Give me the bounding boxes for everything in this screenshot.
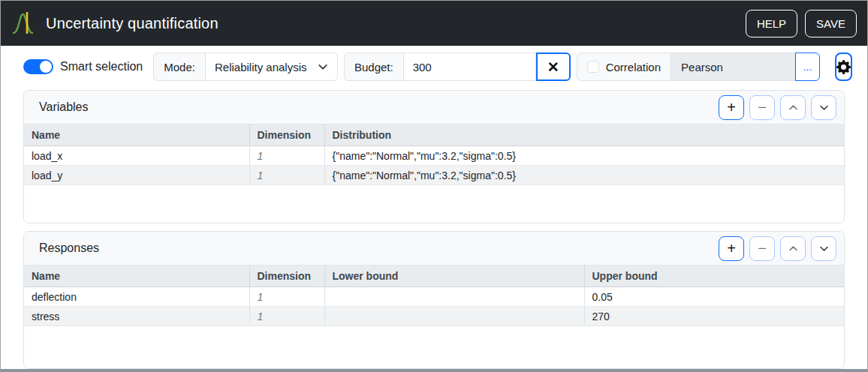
table-cell[interactable]: load_x [24, 146, 249, 166]
responses-panel-header: Responses + − [24, 232, 844, 266]
smart-selection-label: Smart selection [60, 60, 143, 74]
table-cell[interactable]: {"name":"Normal","mu":3.2,"sigma":0.5} [324, 146, 844, 166]
mode-select[interactable]: Reliability analysis [206, 52, 338, 81]
column-header: Dimension [249, 124, 324, 146]
variables-panel: Variables + − NameDimensionDistribution … [23, 90, 845, 224]
move-response-down-button[interactable] [811, 236, 836, 261]
clear-budget-button[interactable]: ✕ [536, 52, 571, 81]
table-row[interactable]: stress1270 [24, 307, 844, 326]
table-cell[interactable]: stress [24, 307, 249, 326]
correlation-checkbox-wrap: Correlation [577, 52, 671, 81]
add-response-button[interactable]: + [719, 236, 744, 261]
gear-icon [836, 60, 851, 74]
add-variable-button[interactable]: + [719, 95, 744, 120]
table-cell[interactable]: 0.05 [584, 287, 844, 307]
help-button[interactable]: HELP [746, 10, 797, 38]
responses-panel-title: Responses [39, 242, 99, 255]
chevron-down-icon [318, 62, 328, 72]
table-cell[interactable]: 1 [249, 166, 324, 185]
variables-panel-title: Variables [39, 100, 89, 114]
correlation-method-field[interactable]: Pearson [671, 52, 795, 81]
mode-group: Mode: Reliability analysis [153, 52, 338, 81]
column-header: Name [24, 124, 249, 146]
table-cell[interactable]: {"name":"Normal","mu":3.2,"sigma":0.5} [324, 166, 844, 185]
table-cell[interactable]: 270 [584, 307, 844, 326]
table-cell[interactable] [324, 287, 584, 307]
correlation-group: Correlation Pearson ... [577, 52, 820, 81]
mode-label: Mode: [153, 52, 206, 81]
move-response-up-button[interactable] [780, 236, 806, 261]
variables-table-header-row: NameDimensionDistribution [24, 124, 844, 146]
table-cell[interactable]: load_y [24, 166, 249, 185]
column-header: Lower bound [324, 266, 584, 287]
page-title: Uncertainty quantification [46, 15, 219, 32]
budget-label: Budget: [344, 52, 404, 81]
table-row[interactable]: load_y1{"name":"Normal","mu":3.2,"sigma"… [24, 166, 844, 185]
column-header: Upper bound [584, 266, 844, 287]
chevron-up-icon [788, 244, 798, 254]
responses-panel: Responses + − NameDimensionLower boundUp… [23, 231, 845, 369]
table-cell[interactable]: 1 [249, 146, 324, 166]
table-cell[interactable]: 1 [249, 287, 324, 307]
move-variable-down-button[interactable] [811, 95, 836, 120]
correlation-options-button[interactable]: ... [795, 52, 820, 81]
settings-button[interactable] [835, 52, 852, 81]
variables-table: NameDimensionDistribution load_x1{"name"… [24, 124, 844, 185]
gaussian-curve-logo-icon [11, 9, 38, 38]
save-button[interactable]: SAVE [805, 10, 857, 38]
remove-response-button[interactable]: − [749, 236, 775, 261]
column-header: Distribution [324, 124, 844, 146]
toolbar: Smart selection Mode: Reliability analys… [23, 52, 845, 81]
remove-variable-button[interactable]: − [749, 95, 775, 120]
smart-selection-toggle[interactable] [23, 59, 53, 74]
app-window: Uncertainty quantification HELP SAVE Sma… [0, 0, 868, 372]
budget-group: Budget: ✕ [344, 52, 571, 81]
responses-table-header-row: NameDimensionLower boundUpper bound [24, 266, 844, 287]
budget-input[interactable] [404, 52, 536, 81]
table-row[interactable]: deflection10.05 [24, 287, 844, 307]
smart-selection-control: Smart selection [23, 59, 143, 74]
column-header: Name [24, 266, 249, 287]
app-header: Uncertainty quantification HELP SAVE [1, 1, 867, 46]
move-variable-up-button[interactable] [780, 95, 806, 120]
chevron-down-icon [819, 244, 829, 254]
correlation-method-value: Pearson [681, 61, 723, 74]
table-cell[interactable]: 1 [249, 307, 324, 326]
table-row[interactable]: load_x1{"name":"Normal","mu":3.2,"sigma"… [24, 146, 844, 166]
table-cell[interactable] [324, 307, 584, 326]
clear-icon: ✕ [547, 58, 559, 76]
variables-panel-header: Variables + − [24, 91, 844, 124]
correlation-label: Correlation [606, 61, 661, 74]
column-header: Dimension [249, 266, 324, 287]
toggle-knob [40, 61, 52, 73]
chevron-up-icon [788, 103, 798, 112]
responses-table: NameDimensionLower boundUpper bound defl… [24, 266, 844, 326]
chevron-down-icon [819, 103, 829, 112]
mode-selected-value: Reliability analysis [215, 61, 307, 74]
table-cell[interactable]: deflection [24, 287, 249, 307]
correlation-checkbox[interactable] [587, 61, 599, 73]
